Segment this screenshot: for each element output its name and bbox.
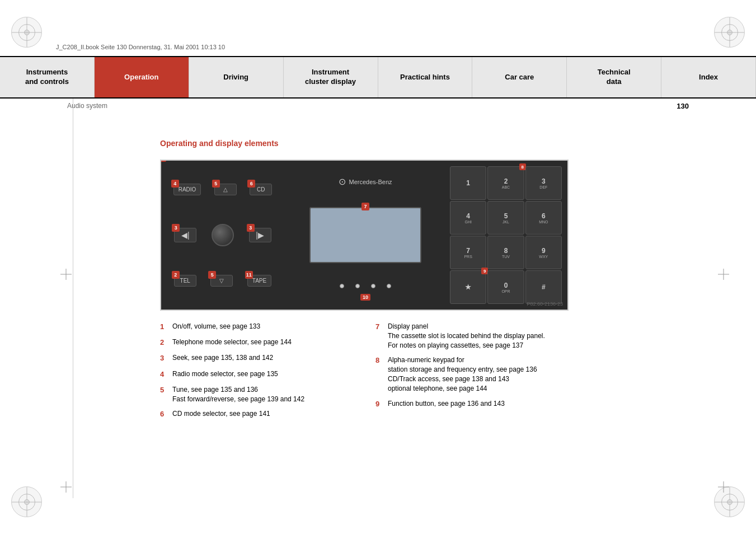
key-3[interactable]: 3DEF bbox=[525, 166, 562, 200]
dots-badge-10: 10 bbox=[360, 294, 370, 301]
nav-practical[interactable]: Practical hints bbox=[378, 57, 473, 97]
dot-3 bbox=[371, 284, 375, 288]
desc-item-8: 8 Alpha-numeric keypad for station stora… bbox=[375, 355, 569, 393]
device-left-panel: 4 RADIO 5 △ 6 CD 3 ◀| 1 3 |▶ bbox=[161, 161, 284, 310]
inner-circle-br bbox=[721, 494, 738, 510]
desc-item-6: 6 CD mode selector, see page 141 bbox=[160, 409, 353, 419]
desc-text-7: Display panel The cassette slot is locat… bbox=[388, 322, 545, 350]
device-row-2: 3 ◀| 1 3 |▶ bbox=[167, 224, 279, 246]
key-9[interactable]: 9WXY bbox=[525, 236, 562, 269]
desc-num-8: 8 bbox=[375, 355, 383, 393]
nav-instrument-cluster[interactable]: Instrument cluster display bbox=[284, 57, 378, 97]
cross-mid-right bbox=[718, 269, 729, 280]
margin-line bbox=[73, 56, 73, 498]
nav-operation-label: Operation bbox=[124, 73, 158, 82]
part-number: P82.60-2136-23 bbox=[527, 301, 563, 307]
badge-5-bottom: 5 bbox=[208, 271, 216, 279]
cross-mid-left bbox=[60, 269, 72, 280]
page-header: Audio system 130 bbox=[0, 102, 756, 110]
tel-button[interactable]: 2 TEL bbox=[174, 275, 196, 287]
display-screen: 7 bbox=[309, 207, 421, 263]
desc-text-6: CD mode selector, see page 141 bbox=[172, 409, 270, 419]
dot-row: 10 bbox=[340, 284, 391, 294]
badge-4: 4 bbox=[171, 180, 179, 188]
badge-1: 1 bbox=[160, 160, 166, 162]
desc-text-3: Seek, see page 135, 138 and 142 bbox=[172, 353, 273, 363]
key-6[interactable]: 6MNO bbox=[525, 201, 562, 235]
inner-dot-bl bbox=[24, 499, 30, 505]
desc-num-5: 5 bbox=[160, 385, 168, 404]
desc-num-2: 2 bbox=[160, 338, 168, 348]
corner-decoration-tl bbox=[11, 17, 42, 48]
display-badge-7: 7 bbox=[361, 203, 369, 210]
desc-item-4: 4 Radio mode selector, see page 135 bbox=[160, 369, 353, 380]
badge-6: 6 bbox=[247, 180, 255, 188]
inner-dot-br bbox=[727, 499, 732, 505]
key-0[interactable]: 0OPR bbox=[487, 270, 524, 304]
nav-instruments[interactable]: Instruments and controls bbox=[0, 57, 95, 97]
cd-button[interactable]: 6 CD bbox=[250, 184, 272, 195]
nav-technical[interactable]: Technical data bbox=[567, 57, 661, 97]
desc-num-9: 9 bbox=[375, 399, 383, 409]
tape-button[interactable]: 11 TAPE bbox=[247, 275, 271, 287]
file-info: J_C208_II.book Seite 130 Donnerstag, 31.… bbox=[56, 44, 225, 50]
key-5[interactable]: 5JKL bbox=[487, 201, 524, 235]
desc-columns: 1 On/off, volume, see page 133 2 Telepho… bbox=[160, 322, 569, 425]
key-hash[interactable]: # bbox=[525, 270, 562, 304]
nav-operation[interactable]: Operation bbox=[95, 57, 189, 97]
nav-car-care[interactable]: Car care bbox=[472, 57, 567, 97]
desc-item-7: 7 Display panel The cassette slot is loc… bbox=[375, 322, 569, 350]
desc-num-3: 3 bbox=[160, 353, 168, 363]
seek-back-button[interactable]: 3 ◀| bbox=[174, 228, 196, 242]
nav-driving[interactable]: Driving bbox=[189, 57, 284, 97]
tune-down-button[interactable]: 5 ▽ bbox=[210, 275, 233, 287]
key-2[interactable]: 2ABC 8 bbox=[487, 166, 524, 200]
key-7[interactable]: 7PRS bbox=[450, 236, 486, 269]
desc-num-1: 1 bbox=[160, 322, 168, 332]
cross-bot-right bbox=[718, 481, 729, 493]
desc-col-left: 1 On/off, volume, see page 133 2 Telepho… bbox=[160, 322, 353, 425]
device-diagram: 4 RADIO 5 △ 6 CD 3 ◀| 1 3 |▶ bbox=[160, 160, 569, 311]
radio-button[interactable]: 4 RADIO bbox=[173, 184, 201, 195]
keypad-badge-8: 8 bbox=[519, 163, 526, 170]
device-row-1: 4 RADIO 5 △ 6 CD bbox=[167, 184, 279, 195]
brand-logo: ⊙ Mercedes-Benz bbox=[339, 176, 392, 187]
brand-name: Mercedes-Benz bbox=[349, 179, 392, 185]
badge-2: 2 bbox=[172, 271, 180, 279]
key-1[interactable]: 1 bbox=[450, 166, 486, 200]
nav-index-label: Index bbox=[699, 73, 718, 82]
key-4[interactable]: 4GHI bbox=[450, 201, 486, 235]
page-number: 130 bbox=[677, 102, 689, 110]
section-title: Operating and display elements bbox=[160, 139, 279, 148]
badge-3-left: 3 bbox=[172, 224, 180, 232]
nav-index[interactable]: Index bbox=[661, 57, 756, 97]
desc-text-4: Radio mode selector, see page 135 bbox=[172, 369, 278, 380]
nav-technical-label: Technical data bbox=[598, 68, 631, 87]
desc-num-6: 6 bbox=[160, 409, 168, 419]
device-middle-panel: ⊙ Mercedes-Benz 7 10 bbox=[284, 161, 447, 310]
badge-5-top: 5 bbox=[212, 180, 220, 188]
page-section: Audio system bbox=[67, 102, 107, 110]
desc-item-3: 3 Seek, see page 135, 138 and 142 bbox=[160, 353, 353, 363]
inner-circle-tr bbox=[721, 24, 738, 41]
desc-item-5: 5 Tune, see page 135 and 136 Fast forwar… bbox=[160, 385, 353, 404]
device-keypad: 1 2ABC 8 3DEF 4GHI 5JKL 6MNO 7PRS 8TUV 9… bbox=[444, 161, 567, 310]
desc-num-7: 7 bbox=[375, 322, 383, 350]
inner-dot-tl bbox=[24, 30, 30, 35]
nav-driving-label: Driving bbox=[223, 73, 248, 82]
tune-up-button[interactable]: 5 △ bbox=[214, 184, 237, 195]
key-8[interactable]: 8TUV bbox=[487, 236, 524, 269]
key-star[interactable]: ★ 9 bbox=[450, 270, 486, 304]
device-row-3: 2 TEL 5 ▽ 11 TAPE bbox=[167, 275, 279, 287]
desc-text-9: Function button, see page 136 and 143 bbox=[388, 399, 505, 409]
desc-col-right: 7 Display panel The cassette slot is loc… bbox=[375, 322, 569, 425]
seek-fwd-button[interactable]: 3 |▶ bbox=[249, 228, 271, 242]
dot-2 bbox=[355, 284, 360, 288]
desc-num-4: 4 bbox=[160, 369, 168, 380]
volume-knob[interactable]: 1 bbox=[212, 224, 234, 246]
dot-1 bbox=[340, 284, 344, 288]
badge-11: 11 bbox=[245, 271, 253, 279]
inner-circle-bl bbox=[18, 494, 35, 510]
desc-text-8: Alpha-numeric keypad for station storage… bbox=[388, 355, 537, 393]
corner-decoration-bl bbox=[11, 486, 42, 517]
